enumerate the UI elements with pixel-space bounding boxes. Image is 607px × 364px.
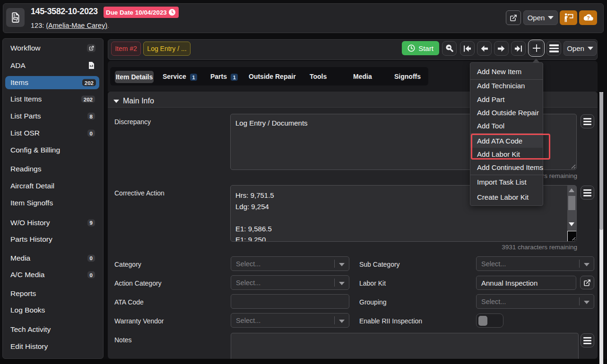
svg-text:?: ?: [587, 15, 590, 21]
